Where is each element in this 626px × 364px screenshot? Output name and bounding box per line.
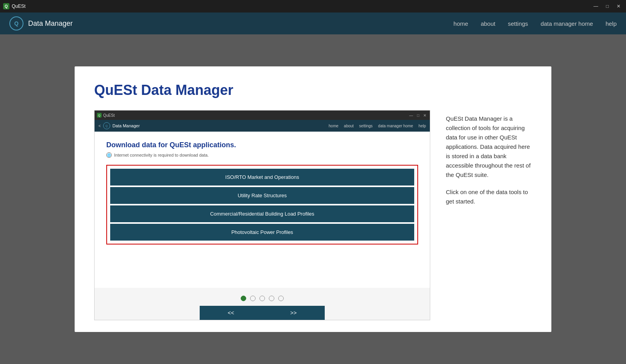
nav-buttons: << >> xyxy=(95,306,430,320)
main-card: QuESt Data Manager Q QuESt — □ ✕ xyxy=(75,66,551,332)
inner-nav-home[interactable]: home xyxy=(329,124,338,128)
inner-logo: Q xyxy=(103,122,110,129)
dot-4[interactable] xyxy=(269,296,274,301)
btn-iso-rto[interactable]: ISO/RTO Market and Operations xyxy=(110,169,414,186)
inner-nav-links: home about settings data manager home he… xyxy=(329,124,426,128)
top-nav: home about settings data manager home he… xyxy=(454,20,617,27)
inner-close[interactable]: ✕ xyxy=(422,113,427,118)
minimize-button[interactable]: — xyxy=(591,3,601,10)
maximize-button[interactable]: □ xyxy=(604,3,611,10)
card-title: QuESt Data Manager xyxy=(94,82,532,98)
dot-1[interactable] xyxy=(241,296,246,301)
internet-notice: 🌐 Internet connectivity is required to d… xyxy=(106,152,418,158)
inner-navbar-left: < Q Data Manager xyxy=(98,122,326,129)
description-paragraph-2: Click on one of the data tools to get st… xyxy=(446,187,532,206)
next-button[interactable]: >> xyxy=(262,306,325,320)
dot-3[interactable] xyxy=(259,296,265,301)
description-paragraph-1: QuESt Data Manager is a collection of to… xyxy=(446,114,532,180)
logo-text: Q xyxy=(14,20,19,27)
title-bar: Q QuESt — □ ✕ xyxy=(0,0,626,12)
inner-maximize[interactable]: □ xyxy=(416,113,420,118)
inner-content: Download data for QuESt applications. 🌐 … xyxy=(95,132,430,288)
inner-nav-help[interactable]: help xyxy=(419,124,426,128)
card-body: Q QuESt — □ ✕ < Q Data Manager xyxy=(94,110,532,320)
internet-notice-text: Internet connectivity is required to dow… xyxy=(114,153,209,157)
inner-subtitle: Download data for QuESt applications. xyxy=(106,141,418,149)
inner-minimize[interactable]: — xyxy=(408,113,414,118)
main-content: QuESt Data Manager Q QuESt — □ ✕ xyxy=(0,34,626,364)
dot-5[interactable] xyxy=(278,296,284,301)
inner-navbar: < Q Data Manager home about settings dat… xyxy=(95,120,430,132)
inner-window-controls: — □ ✕ xyxy=(408,113,427,118)
nav-help[interactable]: help xyxy=(606,20,617,27)
btn-photovoltaic[interactable]: Photovoltaic Power Profiles xyxy=(110,224,414,241)
inner-nav-about[interactable]: about xyxy=(344,124,354,128)
navbar-title: Data Manager xyxy=(28,20,73,28)
inner-app-icon: Q xyxy=(97,113,102,118)
inner-nav-settings[interactable]: settings xyxy=(359,124,372,128)
inner-nav-data-manager[interactable]: data manager home xyxy=(378,124,413,128)
description-panel: QuESt Data Manager is a collection of to… xyxy=(446,110,532,320)
data-tools-container: ISO/RTO Market and Operations Utility Ra… xyxy=(106,165,418,244)
inner-app-name: QuESt xyxy=(103,113,114,118)
prev-button[interactable]: << xyxy=(200,306,262,320)
nav-about[interactable]: about xyxy=(481,20,495,27)
app-title: QuESt xyxy=(12,4,25,9)
inner-navbar-title: Data Manager xyxy=(113,123,140,128)
nav-settings[interactable]: settings xyxy=(508,20,528,27)
title-bar-left: Q QuESt xyxy=(3,3,25,9)
pagination-dots xyxy=(95,296,430,301)
btn-building-load[interactable]: Commercial/Residential Building Load Pro… xyxy=(110,205,414,222)
dot-2[interactable] xyxy=(250,296,256,301)
btn-utility-rate[interactable]: Utility Rate Structures xyxy=(110,187,414,204)
inner-back-button[interactable]: < xyxy=(98,124,101,128)
window-controls: — □ ✕ xyxy=(591,3,623,10)
globe-icon: 🌐 xyxy=(106,152,112,158)
app-icon: Q xyxy=(3,3,9,9)
nav-home[interactable]: home xyxy=(454,20,469,27)
inner-title-left: Q QuESt xyxy=(97,113,114,118)
navbar-left: Q Data Manager xyxy=(9,16,454,30)
inner-window: Q QuESt — □ ✕ < Q Data Manager xyxy=(94,110,430,320)
app-navbar: Q Data Manager home about settings data … xyxy=(0,12,626,34)
navbar-logo: Q xyxy=(9,16,23,30)
nav-data-manager-home[interactable]: data manager home xyxy=(540,20,593,27)
close-button[interactable]: ✕ xyxy=(614,3,623,10)
inner-title-bar: Q QuESt — □ ✕ xyxy=(95,111,430,120)
